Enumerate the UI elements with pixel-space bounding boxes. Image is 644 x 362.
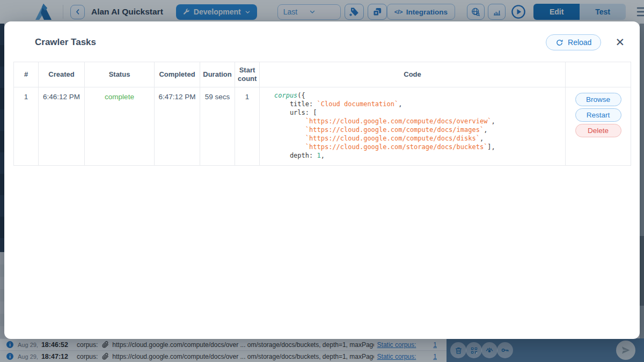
delete-button[interactable]: Delete [575, 124, 621, 137]
col-header-actions [566, 62, 631, 87]
modal-header: Crawler Tasks Reload ✕ [4, 21, 640, 50]
table-header-row: # Created Status Completed Duration Star… [14, 62, 631, 87]
reload-label: Reload [568, 38, 591, 47]
app-window: Alan AI Quickstart Development Last [0, 0, 644, 362]
status-badge: complete [85, 87, 155, 166]
col-header-start-count: Start count [235, 62, 260, 87]
refresh-icon [555, 39, 564, 47]
cell-duration: 59 secs [200, 87, 235, 166]
col-header-code: Code [260, 62, 566, 87]
crawler-tasks-modal: Crawler Tasks Reload ✕ # Created [4, 21, 640, 339]
close-button[interactable]: ✕ [613, 36, 627, 49]
col-header-created: Created [39, 62, 85, 87]
col-header-index: # [14, 62, 39, 87]
close-icon: ✕ [615, 36, 625, 49]
crawler-tasks-table: # Created Status Completed Duration Star… [13, 62, 631, 166]
col-header-completed: Completed [155, 62, 200, 87]
reload-button[interactable]: Reload [546, 34, 601, 50]
cell-start-count: 1 [235, 87, 260, 166]
cell-code: corpus({ title: `Cloud documentation`, u… [260, 87, 566, 166]
task-code: corpus({ title: `Cloud documentation`, u… [274, 91, 560, 160]
browse-button[interactable]: Browse [575, 93, 621, 106]
restart-button[interactable]: Restart [575, 108, 621, 122]
cell-index: 1 [14, 87, 39, 166]
col-header-status: Status [85, 62, 155, 87]
cell-completed: 6:47:12 PM [155, 87, 200, 166]
modal-title: Crawler Tasks [35, 37, 96, 48]
col-header-duration: Duration [200, 62, 235, 87]
cell-actions: Browse Restart Delete [566, 87, 631, 166]
task-row: 1 6:46:12 PM complete 6:47:12 PM 59 secs… [14, 87, 631, 166]
cell-created: 6:46:12 PM [39, 87, 85, 166]
